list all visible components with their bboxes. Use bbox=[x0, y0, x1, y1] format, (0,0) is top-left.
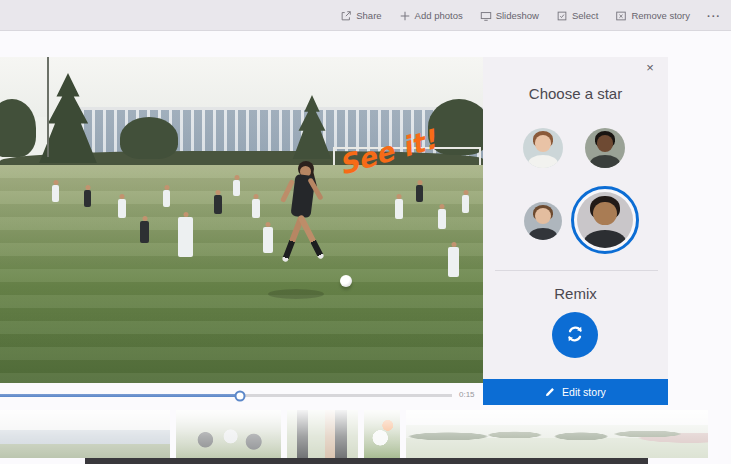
panel-divider bbox=[495, 270, 658, 271]
remove-story-icon bbox=[615, 10, 627, 22]
more-icon: ··· bbox=[707, 10, 721, 22]
star-avatar-1[interactable] bbox=[523, 128, 563, 168]
player-figure bbox=[163, 190, 170, 207]
seek-track[interactable] bbox=[0, 394, 452, 397]
toolbar-add-photos-label: Add photos bbox=[415, 10, 463, 21]
toolbar-add-photos-button[interactable]: Add photos bbox=[399, 10, 463, 22]
toolbar-slideshow-button[interactable]: Slideshow bbox=[480, 10, 539, 22]
player-figure bbox=[178, 217, 193, 257]
share-icon bbox=[340, 10, 352, 22]
toolbar-share-button[interactable]: Share bbox=[340, 10, 381, 22]
scene-pole bbox=[47, 57, 49, 157]
foreground-player bbox=[282, 163, 342, 293]
ink-text: See it! bbox=[335, 123, 441, 181]
filmstrip-clip-building[interactable] bbox=[0, 410, 170, 458]
bottom-window-edge bbox=[85, 458, 648, 464]
star-avatar-4[interactable] bbox=[577, 192, 633, 248]
star-avatar-4-selected[interactable] bbox=[571, 186, 639, 254]
remix-button[interactable] bbox=[552, 312, 598, 358]
ink-annotation: See it! bbox=[338, 109, 458, 199]
player-figure bbox=[118, 199, 126, 218]
toolbar-more-button[interactable]: ··· bbox=[707, 10, 721, 22]
edit-story-button[interactable]: Edit story bbox=[483, 379, 668, 405]
select-icon bbox=[556, 10, 568, 22]
toolbar-items: Share Add photos Slideshow Select Remove… bbox=[340, 0, 721, 31]
filmstrip-clip-players[interactable] bbox=[287, 410, 358, 458]
slideshow-icon bbox=[480, 10, 492, 22]
refresh-icon bbox=[564, 323, 586, 348]
toolbar-select-button[interactable]: Select bbox=[556, 10, 598, 22]
photos-app-window: Share Add photos Slideshow Select Remove… bbox=[0, 0, 731, 464]
toolbar-remove-story-button[interactable]: Remove story bbox=[615, 10, 690, 22]
seek-fill bbox=[0, 394, 240, 397]
soccer-ball bbox=[340, 275, 352, 287]
player-figure bbox=[448, 247, 459, 277]
player-figure bbox=[395, 199, 403, 219]
star-avatar-2[interactable] bbox=[585, 128, 625, 168]
toolbar-slideshow-label: Slideshow bbox=[496, 10, 539, 21]
video-preview[interactable]: See it! bbox=[0, 57, 483, 383]
filmstrip-clip-team[interactable] bbox=[176, 410, 281, 458]
edit-story-label: Edit story bbox=[562, 386, 606, 398]
player-figure bbox=[233, 180, 240, 196]
panel-title: Choose a star bbox=[483, 85, 668, 102]
filmstrip-clip-team-photo[interactable] bbox=[406, 410, 708, 458]
top-toolbar: Share Add photos Slideshow Select Remove… bbox=[0, 0, 731, 31]
player-figure bbox=[214, 195, 222, 214]
toolbar-remove-story-label: Remove story bbox=[631, 10, 690, 21]
player-figure bbox=[52, 185, 59, 202]
player-figure bbox=[252, 199, 260, 218]
star-avatar-3[interactable] bbox=[524, 202, 562, 240]
seek-handle[interactable] bbox=[234, 390, 245, 401]
duration-label: 0:15 bbox=[459, 390, 475, 399]
player-figure bbox=[462, 195, 469, 213]
player-figure bbox=[140, 221, 149, 243]
player-figure bbox=[438, 209, 446, 229]
toolbar-share-label: Share bbox=[356, 10, 381, 21]
remix-label: Remix bbox=[483, 285, 668, 302]
player-figure bbox=[263, 227, 273, 253]
filmstrip-clip-ink-frame[interactable] bbox=[364, 410, 400, 458]
choose-star-panel: × Choose a star Remix bbox=[483, 57, 668, 405]
scene-tree bbox=[120, 117, 178, 159]
toolbar-select-label: Select bbox=[572, 10, 598, 21]
player-figure bbox=[84, 190, 91, 207]
close-icon[interactable]: × bbox=[641, 59, 659, 77]
video-seekbar: 0:15 bbox=[0, 388, 483, 403]
edit-icon bbox=[545, 386, 556, 399]
add-icon bbox=[399, 10, 411, 22]
